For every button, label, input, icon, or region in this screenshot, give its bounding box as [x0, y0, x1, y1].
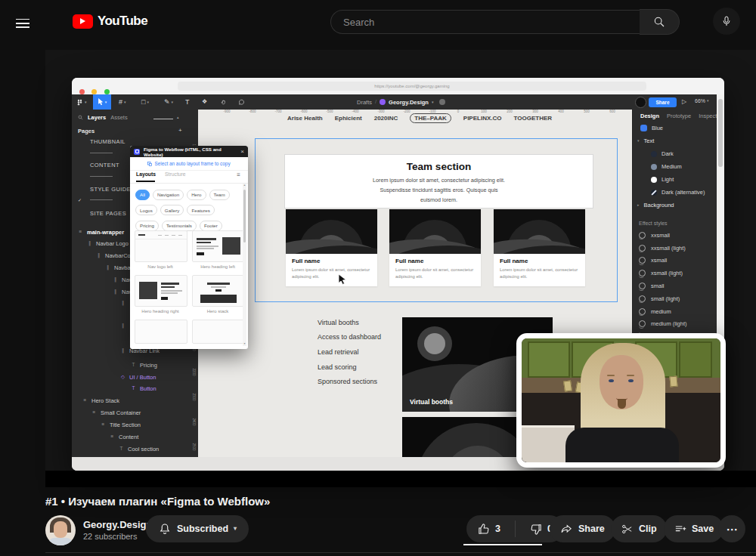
figma-toolbar: Drafts Georgy.Design Share 66% — [72, 94, 717, 110]
search-button[interactable] — [640, 9, 680, 35]
feature-list-item: Virtual booths — [318, 315, 381, 330]
voice-search-button[interactable] — [713, 8, 740, 35]
plugin-filter-chips: AllNavigationHeroTeamLogosGalleryFeature… — [134, 186, 241, 233]
figma-breadcrumb: Drafts Georgy.Design — [357, 94, 445, 110]
channel-name[interactable]: Georgy.Design — [83, 519, 153, 530]
current-page-check-icon — [78, 198, 82, 202]
plugin-filter-chip: All — [135, 190, 150, 200]
plugin-tab-layouts: Layouts — [136, 171, 156, 177]
feature-list-item: Access to dashboard — [318, 330, 381, 345]
client-logos-row: Arise HealthEphicient2020INCTHE–PAAKPIPE… — [287, 113, 552, 123]
feature-list: Virtual boothsAccess to dashboardLead re… — [318, 315, 381, 389]
more-dots-icon — [727, 524, 738, 535]
layout-card-nav-logo-left: Nav logo left — [135, 230, 186, 269]
background-styles-section: Background — [637, 202, 674, 208]
plugin-menu-icon — [237, 172, 240, 178]
plugin-filter-chip: Testimonials — [162, 221, 197, 231]
comment-tool-icon — [238, 94, 245, 110]
panel-collapse-caret-icon — [177, 116, 179, 119]
breadcrumb-drafts: Drafts — [357, 99, 372, 106]
effect-style-row: xsmall — [633, 255, 717, 267]
account-avatar-mini — [380, 99, 386, 105]
plugin-filter-chip: Team — [209, 190, 230, 200]
plugin-filter-chip: Navigation — [153, 190, 184, 200]
plugin-titlebar: Figma to Webflow (HTML, CSS and Website) — [130, 146, 248, 157]
effect-style-row: xsmall (light) — [633, 267, 717, 280]
clip-button[interactable]: Clip — [611, 515, 667, 542]
effect-style-icon — [639, 245, 646, 252]
design-panel-tab: Design — [640, 113, 659, 119]
figma-main-menu-icon — [76, 94, 87, 110]
text-styles-section: Text — [637, 137, 654, 144]
team-section-header: Team section Lorem ipsum dolor sit amet,… — [284, 154, 593, 208]
like-button-focus-bar — [463, 544, 542, 545]
layer-row: Hero Stack — [82, 397, 119, 404]
team-member-card: Full name Lorem ipsum dolor sit amet, co… — [389, 209, 481, 286]
youtube-logo-icon — [73, 14, 93, 29]
layer-row: Pricing — [131, 362, 157, 369]
effect-style-label: xsmall — [651, 257, 667, 264]
layout-card-partial — [192, 320, 243, 344]
dark-swatch-icon — [651, 151, 657, 157]
add-page-icon — [178, 128, 182, 134]
pages-header: Pages — [78, 128, 94, 134]
color-style-blue: Blue — [640, 125, 663, 131]
plugin-tab-structure: Structure — [165, 171, 186, 177]
plugin-tabs: Layouts Structure — [136, 171, 186, 177]
layer-row: main-wrapper — [78, 229, 124, 236]
effect-style-row: small (light) — [633, 292, 717, 305]
layer-row: Button — [131, 385, 156, 392]
like-button[interactable]: 3 — [466, 515, 510, 542]
tab-assets: Assets — [110, 114, 128, 121]
layout-card-partial — [135, 320, 186, 344]
team-section-title: Team section — [285, 161, 593, 172]
share-button[interactable]: Share — [550, 515, 615, 542]
client-logo: TOOGETHER — [514, 115, 553, 122]
plugin-close-icon — [240, 149, 244, 155]
hamburger-menu-button[interactable] — [16, 16, 29, 30]
youtube-wordmark: YouTube — [98, 14, 147, 29]
plugin-scrollbar — [243, 184, 246, 346]
team-section-selection: Team section Lorem ipsum dolor sit amet,… — [255, 138, 618, 302]
save-to-playlist-icon — [674, 523, 686, 536]
channel-avatar[interactable] — [45, 515, 76, 545]
video-title: #1 • Изучаем плагин «Figma to Webflow» — [45, 495, 270, 508]
tab-layers: Layers — [88, 114, 106, 121]
more-actions-button[interactable] — [718, 515, 745, 542]
dark-alternative-swatch-icon — [651, 190, 657, 196]
text-style-medium: Medium — [651, 163, 682, 170]
subscribed-button[interactable]: Subscribed — [146, 515, 249, 542]
effect-style-icon — [639, 270, 646, 276]
figma-to-webflow-plugin-window: Figma to Webflow (HTML, CSS and Website)… — [130, 146, 248, 349]
effect-style-label: xxsmall (light) — [651, 245, 686, 252]
text-style-dark: Dark — [651, 150, 674, 157]
client-logo: Ephicient — [335, 115, 362, 122]
page-divider — [90, 153, 113, 153]
effect-style-row: xxsmall (light) — [633, 242, 717, 255]
youtube-logo[interactable]: YouTube — [73, 14, 147, 29]
save-button[interactable]: Save — [664, 515, 723, 542]
team-member-card: Full name Lorem ipsum dolor sit amet, co… — [494, 209, 585, 286]
thumbs-down-icon — [530, 523, 543, 536]
layer-row — [120, 301, 125, 306]
scroll-up-icon — [243, 184, 246, 187]
effect-style-icon — [639, 283, 646, 289]
search-input[interactable] — [330, 10, 640, 34]
layer-row: Title Section — [101, 422, 141, 428]
hand-tool-icon — [220, 94, 227, 110]
search-bar — [330, 9, 680, 35]
plugin-title: Figma to Webflow (HTML, CSS and Website) — [144, 147, 240, 157]
presenter-face — [600, 355, 643, 409]
panel-header: Layers Assets — [78, 114, 128, 121]
effect-style-row: small — [633, 280, 717, 292]
thumbs-up-icon — [477, 523, 490, 536]
panel-search-icon — [78, 115, 83, 120]
video-player[interactable]: https://youtube.com/@georgy.gaming — [45, 50, 756, 487]
bell-icon — [158, 522, 172, 536]
virtual-booths-caption: Virtual booths — [410, 398, 453, 406]
component-tool-icon — [202, 94, 207, 110]
move-tool-icon — [93, 94, 111, 110]
traffic-light-zoom — [104, 89, 110, 94]
effect-style-icon — [639, 232, 646, 239]
presenter-eye — [628, 379, 634, 382]
